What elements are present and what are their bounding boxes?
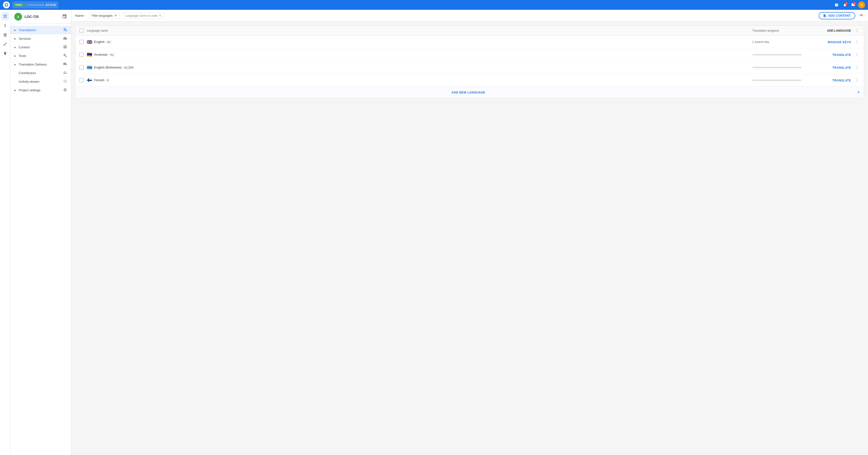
select-all-checkbox[interactable]: [79, 29, 84, 33]
sidebar-item-translation-delivery[interactable]: ▶ Translation Delivery: [10, 60, 71, 69]
translate-button-finnish[interactable]: TRANSLATE: [832, 79, 851, 82]
row-progress-botswana: [752, 67, 816, 68]
row-progress-finnish: [752, 79, 816, 81]
col-add-language: ADD LANGUAGE: [819, 29, 851, 32]
sidebar-label-tools: Tools: [19, 54, 61, 58]
chevron-icon: ▶: [14, 55, 16, 57]
table-row: 🇬🇧 English en 1 source key MANAGE KEYS ⋮: [75, 36, 864, 48]
manage-keys-button[interactable]: MANAGE KEYS: [828, 40, 851, 44]
tools-icon: [63, 54, 67, 58]
sidebar-item-services[interactable]: ▶ Services: [10, 34, 71, 43]
language-search[interactable]: Language name or code: [123, 12, 164, 19]
col-language-name: Language name: [87, 29, 749, 32]
lang-code-botswana: en_BW: [123, 66, 134, 69]
project-icon[interactable]: [62, 14, 67, 20]
row-menu-english[interactable]: ⋮: [854, 39, 860, 44]
row-menu-botswana[interactable]: ⋮: [854, 65, 860, 70]
add-language-row: ADD NEW LANGUAGE +: [75, 87, 864, 98]
name-sort[interactable]: Name ↑: [75, 14, 86, 18]
add-content-label: ADD CONTENT: [828, 14, 851, 18]
add-content-icon: [823, 14, 827, 18]
services-icon: [63, 36, 67, 41]
col-progress: Translation progress: [752, 29, 816, 32]
lang-code-english: en: [106, 40, 112, 44]
chevron-icon: ▶: [14, 63, 16, 66]
sidebar-label-translations: Translations: [19, 28, 61, 32]
notification-badge: 1: [845, 2, 848, 5]
source-key-text: 1 source key: [752, 40, 769, 44]
header-bar: Name ↑ Filter languages Language name or…: [71, 10, 868, 22]
messages-icon[interactable]: 1: [850, 1, 857, 8]
plan-badge: FREE: [14, 3, 23, 6]
name-label: Name: [75, 14, 84, 18]
layout-icon[interactable]: [858, 12, 864, 19]
notification-icon[interactable]: 1: [841, 1, 848, 8]
project-header: ● LOC-725: [10, 10, 71, 24]
translate-icon: [63, 28, 67, 32]
sidebar-item-context[interactable]: ▶ Context: [10, 43, 71, 52]
row-action-english: MANAGE KEYS: [819, 40, 851, 44]
filter-icon: [114, 14, 117, 17]
sidebar-label-services: Services: [19, 37, 61, 40]
row-checkbox-english[interactable]: [79, 40, 84, 44]
lang-name-armenian: Armenian: [94, 53, 108, 57]
filter-languages-button[interactable]: Filter languages: [89, 12, 120, 19]
user-avatar[interactable]: U: [858, 1, 865, 8]
add-new-language-button[interactable]: ADD NEW LANGUAGE: [79, 91, 857, 94]
context-icon: [63, 45, 67, 50]
add-language-plus-icon[interactable]: +: [857, 90, 860, 95]
topbar: FREE ACTIVE 1 1 U: [0, 0, 868, 10]
main: Name ↑ Filter languages Language name or…: [71, 10, 868, 455]
sidebar-label-context: Context: [19, 45, 61, 49]
icon-brush[interactable]: [1, 40, 9, 48]
row-progress-english: 1 source key: [752, 40, 816, 44]
sidebar-item-project-settings[interactable]: ▶ Project settings: [10, 86, 71, 95]
topbar-icons: 1 1 U: [833, 1, 865, 8]
sidebar-item-contributors[interactable]: Contributors: [10, 69, 71, 77]
lang-code-armenian: hy: [109, 53, 115, 57]
row-checkbox-botswana[interactable]: [79, 65, 84, 70]
sidebar-item-translations[interactable]: ▶ Translations: [10, 26, 71, 34]
icon-grid[interactable]: [1, 12, 9, 20]
icon-pin[interactable]: [1, 50, 9, 58]
sort-icon: ↑: [85, 14, 86, 17]
translate-button-botswana[interactable]: TRANSLATE: [832, 66, 851, 69]
plan-info: FREE ACTIVE: [12, 1, 58, 8]
content-area: Language name Translation progress ADD L…: [71, 22, 868, 455]
add-content-button[interactable]: ADD CONTENT: [818, 12, 855, 20]
lang-code-finnish: fi: [106, 78, 110, 82]
contributors-icon: [63, 71, 67, 75]
icon-bar: [0, 10, 10, 455]
help-icon[interactable]: [833, 1, 840, 8]
row-progress-armenian: [752, 54, 816, 56]
sidebar-item-activity-stream[interactable]: Activity stream: [10, 77, 71, 86]
row-lang-info-botswana: 🇧🇼 English (Botswana) en_BW: [87, 65, 749, 70]
row-lang-info-english: 🇬🇧 English en: [87, 39, 749, 45]
sidebar-nav: ▶ Translations ▶ Services ▶ Context: [10, 24, 71, 96]
sidebar-label-settings: Project settings: [19, 88, 61, 92]
table-row: 🇫🇮 Finnish fi TRANSLATE ⋮: [75, 74, 864, 87]
sidebar-label-contributors: Contributors: [19, 71, 61, 75]
table-row: 🇦🇲 Armenian hy TRANSLATE ⋮: [75, 48, 864, 61]
lang-name-finnish: Finnish: [94, 78, 104, 82]
flag-armenian: 🇦🇲: [87, 52, 92, 58]
row-menu-armenian[interactable]: ⋮: [854, 52, 860, 57]
translate-button-armenian[interactable]: TRANSLATE: [832, 53, 851, 57]
lang-name-botswana: English (Botswana): [94, 66, 122, 69]
sidebar: ● LOC-725 ▶ Translations ▶ Services: [10, 10, 71, 455]
layout: ● LOC-725 ▶ Translations ▶ Services: [0, 10, 868, 455]
icon-dollar[interactable]: [1, 22, 9, 29]
flag-finnish: 🇫🇮: [87, 77, 92, 83]
row-menu-finnish[interactable]: ⋮: [854, 78, 860, 83]
sidebar-item-tools[interactable]: ▶ Tools: [10, 52, 71, 60]
chevron-icon: ▶: [14, 37, 16, 40]
search-icon: [159, 14, 162, 17]
filter-label: Filter languages: [92, 14, 113, 18]
icon-table[interactable]: [1, 31, 9, 39]
row-action-finnish: TRANSLATE: [819, 78, 851, 83]
sidebar-label-delivery: Translation Delivery: [19, 63, 61, 66]
chevron-icon: ▶: [14, 89, 16, 92]
row-checkbox-armenian[interactable]: [79, 53, 84, 57]
logo[interactable]: [3, 1, 10, 8]
row-checkbox-finnish[interactable]: [79, 78, 84, 83]
